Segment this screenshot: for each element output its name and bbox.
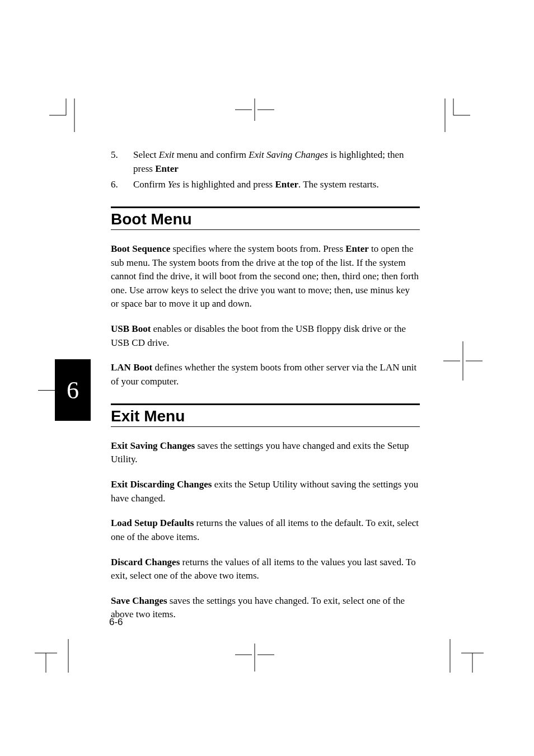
exit-discarding-paragraph: Exit Discarding Changes exits the Setup … [111,478,420,505]
save-changes-paragraph: Save Changes saves the settings you have… [111,594,420,622]
italic-text: Exit Saving Changes [249,149,328,160]
bold-text: Enter [155,163,179,174]
crop-mark-bottom-right [439,639,484,673]
text: Confirm [133,179,168,190]
crop-mark-bottom-left [35,639,79,673]
section-rule [111,229,420,230]
crop-mark-top-left [49,98,83,132]
bold-text: Exit Saving Changes [111,440,195,451]
bold-text: Save Changes [111,595,167,606]
chapter-tab-rule [38,390,55,391]
exit-menu-heading: Exit Menu [111,405,420,426]
bold-text: USB Boot [111,323,151,334]
chapter-tab: 6 [55,359,91,421]
step-6: 6. Confirm Yes is highlighted and press … [111,178,420,192]
step-body: Select Exit menu and confirm Exit Saving… [133,148,420,176]
crop-mark-bottom-center [235,644,274,672]
bold-text: Load Setup Defaults [111,518,194,528]
page-content: 5. Select Exit menu and confirm Exit Sav… [111,148,420,622]
exit-menu-section: Exit Menu Exit Saving Changes saves the … [111,403,420,622]
crop-mark-mid-right [443,341,483,381]
text: enables or disables the boot from the US… [111,323,406,348]
exit-saving-paragraph: Exit Saving Changes saves the settings y… [111,439,420,467]
section-rule [111,426,420,427]
bold-text: Enter [275,179,298,190]
crop-mark-top-center [235,98,274,121]
lan-boot-paragraph: LAN Boot defines whether the system boot… [111,361,420,388]
text: is highlighted and press [180,179,275,190]
step-number: 5. [111,148,133,176]
bold-text: Enter [345,243,369,254]
bold-text: Boot Sequence [111,243,170,254]
bold-text: Discard Changes [111,557,180,567]
text: specifies where the system boots from. P… [170,243,345,254]
boot-menu-heading: Boot Menu [111,208,420,229]
text: . The system restarts. [298,179,379,190]
step-5: 5. Select Exit menu and confirm Exit Sav… [111,148,420,176]
text: defines whether the system boots from ot… [111,362,416,387]
text: Select [133,149,159,160]
bold-text: LAN Boot [111,362,152,373]
boot-sequence-paragraph: Boot Sequence specifies where the system… [111,242,420,311]
crop-mark-top-right [437,98,470,132]
bold-text: Exit Discarding Changes [111,479,212,490]
step-number: 6. [111,178,133,192]
italic-text: Exit [159,149,174,160]
italic-text: Yes [168,179,180,190]
text: menu and confirm [174,149,249,160]
discard-changes-paragraph: Discard Changes returns the values of al… [111,556,420,583]
load-defaults-paragraph: Load Setup Defaults returns the values o… [111,516,420,544]
step-body: Confirm Yes is highlighted and press Ent… [133,178,420,192]
chapter-number: 6 [67,376,79,405]
boot-menu-section: Boot Menu Boot Sequence specifies where … [111,206,420,389]
usb-boot-paragraph: USB Boot enables or disables the boot fr… [111,322,420,350]
